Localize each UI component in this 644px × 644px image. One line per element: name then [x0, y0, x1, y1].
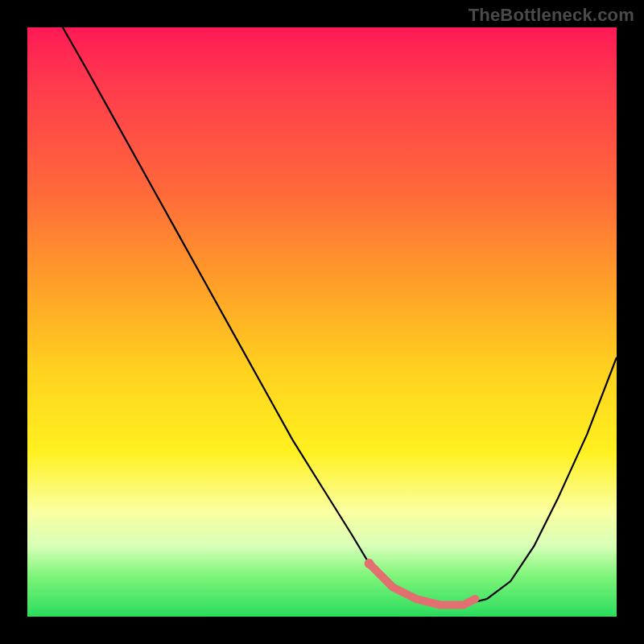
- bottleneck-curve-svg: [27, 27, 617, 617]
- optimal-point-marker: [365, 559, 374, 568]
- optimal-range-highlight: [369, 564, 476, 605]
- watermark-text: TheBottleneck.com: [469, 5, 634, 26]
- bottleneck-curve: [63, 27, 617, 605]
- plot-area: [27, 27, 617, 617]
- chart-frame: TheBottleneck.com: [0, 0, 644, 644]
